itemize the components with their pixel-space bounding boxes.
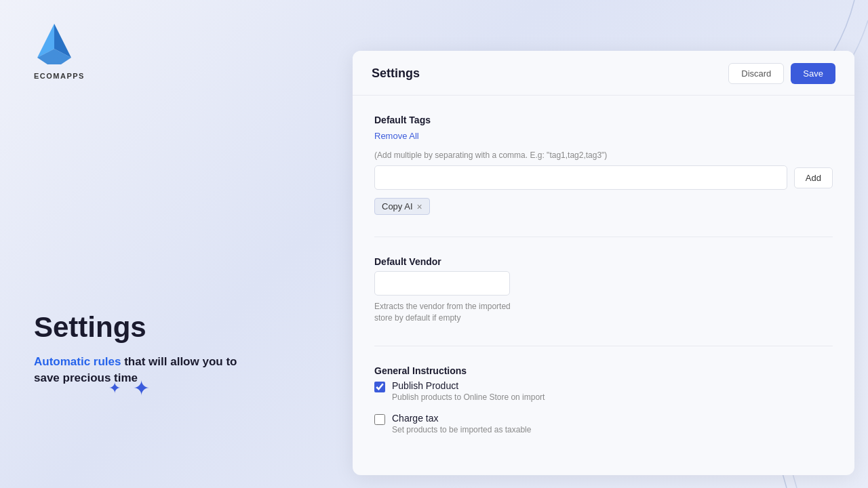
charge-tax-label-group: Charge tax Set products to be imported a… (392, 413, 531, 434)
section-divider-2 (374, 346, 833, 346)
header-actions: Discard Save (728, 63, 835, 84)
settings-panel: Settings Discard Save Default Tags Remov… (353, 51, 854, 475)
tag-chip: Copy AI × (374, 198, 430, 215)
section-divider-1 (374, 237, 833, 237)
discard-button[interactable]: Discard (728, 63, 784, 84)
subtitle-highlight: Automatic rules (34, 355, 121, 368)
left-panel: ECOMAPPS Settings Automatic rules that w… (0, 0, 332, 488)
charge-tax-desc: Set products to be imported as taxable (392, 425, 531, 434)
default-vendor-label: Default Vendor (374, 256, 833, 267)
default-tags-section: Default Tags Remove All (Add multiple by… (374, 115, 833, 215)
save-button[interactable]: Save (791, 63, 835, 84)
star-large-icon: ✦ (133, 376, 150, 400)
general-instructions-section: General Instructions Publish Product Pub… (374, 365, 833, 434)
settings-header: Settings Discard Save (353, 51, 854, 96)
settings-header-title: Settings (372, 66, 420, 81)
tags-row: Copy AI × (374, 198, 833, 215)
charge-tax-row: Charge tax Set products to be imported a… (374, 413, 833, 434)
tag-chip-label: Copy AI (382, 201, 413, 211)
add-tag-button[interactable]: Add (794, 167, 833, 188)
tag-chip-remove[interactable]: × (417, 202, 422, 211)
stars-decoration: ✦ ✦ (108, 376, 150, 400)
remove-all-link[interactable]: Remove All (374, 131, 419, 141)
publish-product-label: Publish Product (392, 380, 545, 391)
general-instructions-label: General Instructions (374, 365, 833, 376)
default-tags-label: Default Tags (374, 115, 833, 125)
publish-product-label-group: Publish Product Publish products to Onli… (392, 380, 545, 402)
publish-product-row: Publish Product Publish products to Onli… (374, 380, 833, 402)
tags-hint: (Add multiple by separating with a comma… (374, 150, 833, 160)
tag-text-input[interactable] (374, 165, 787, 190)
app-logo (34, 20, 75, 68)
left-content: Settings Automatic rules that will allow… (34, 312, 298, 386)
charge-tax-checkbox[interactable] (374, 414, 385, 425)
publish-product-checkbox[interactable] (374, 382, 385, 392)
logo-area: ECOMAPPS (34, 20, 298, 80)
tag-input-row: Add (374, 165, 833, 190)
vendor-hint-line2: store by default if empty (374, 313, 460, 323)
default-vendor-section: Default Vendor Extracts the vendor from … (374, 256, 833, 324)
vendor-hint-line1: Extracts the vendor from the imported (374, 302, 511, 311)
app-name: ECOMAPPS (34, 72, 85, 80)
publish-product-desc: Publish products to Online Store on impo… (392, 392, 545, 402)
vendor-hint: Extracts the vendor from the imported st… (374, 301, 530, 324)
page-title: Settings (34, 312, 298, 343)
vendor-input[interactable] (374, 271, 510, 296)
star-small-icon: ✦ (108, 380, 121, 397)
charge-tax-label: Charge tax (392, 413, 531, 424)
settings-content: Default Tags Remove All (Add multiple by… (353, 96, 854, 475)
